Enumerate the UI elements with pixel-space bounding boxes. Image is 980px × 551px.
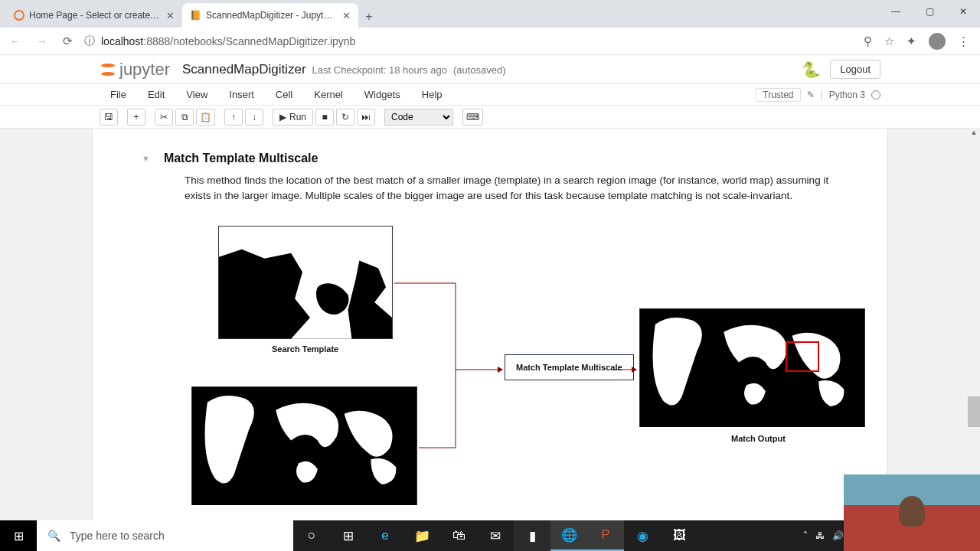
- maximize-button[interactable]: ▢: [913, 0, 946, 23]
- search-icon: 🔍: [47, 530, 60, 542]
- scroll-up-icon[interactable]: ▲: [968, 129, 980, 141]
- site-info-icon[interactable]: ⓘ: [84, 34, 95, 48]
- browser-tab-notebook[interactable]: 📙 ScannedMapDigitizer - Jupyter N ✕: [182, 3, 358, 28]
- url-input[interactable]: ⓘ localhost:8888/notebooks/ScannedMapDig…: [84, 34, 856, 48]
- url-host: localhost: [101, 35, 143, 47]
- collapse-heading-icon[interactable]: ▼: [142, 154, 150, 163]
- template-caption: Search Template: [272, 344, 338, 354]
- search-template-image: [218, 226, 393, 339]
- jupyter-menubar: File Edit View Insert Cell Kernel Widget…: [0, 84, 980, 106]
- heading-text: Match Template Multiscale: [164, 152, 318, 165]
- notebook-title[interactable]: ScannedMapDigitizer: [182, 62, 306, 77]
- autosave-label: (autosaved): [453, 64, 506, 76]
- chrome-menu-icon[interactable]: ⋮: [958, 34, 969, 48]
- vertical-scrollbar[interactable]: ▲: [968, 129, 980, 520]
- restart-run-all-button[interactable]: ⏭: [357, 109, 375, 126]
- network-icon[interactable]: 🖧: [815, 530, 825, 541]
- browser-tab-strip: Home Page - Select or create a n ✕ 📙 Sca…: [0, 0, 980, 28]
- edge-icon[interactable]: e: [367, 520, 403, 551]
- stop-button[interactable]: ■: [315, 109, 334, 126]
- run-button[interactable]: ▶Run: [273, 109, 313, 126]
- system-tray[interactable]: ˄ 🖧 🔊: [803, 530, 844, 541]
- menu-view[interactable]: View: [175, 89, 218, 100]
- window-controls: ― ▢ ✕: [879, 0, 980, 23]
- menu-cell[interactable]: Cell: [265, 89, 303, 100]
- browser-icon[interactable]: ◉: [624, 520, 661, 551]
- jupyter-logo[interactable]: jupyter: [100, 60, 170, 80]
- powerpoint-icon[interactable]: P: [587, 520, 624, 551]
- move-up-button[interactable]: ↑: [224, 109, 243, 126]
- task-view-icon[interactable]: ⊞: [330, 520, 367, 551]
- markdown-body: This method finds the location of the be…: [185, 173, 854, 203]
- bookmark-icon[interactable]: ☆: [884, 34, 894, 48]
- kernel-name[interactable]: Python 3: [829, 90, 865, 100]
- tab-title: ScannedMapDigitizer - Jupyter N: [206, 10, 338, 21]
- jupyter-toolbar: 🖫 + ✂ ⧉ 📋 ↑ ↓ ▶Run ■ ↻ ⏭ Code ⌨: [0, 106, 980, 129]
- chrome-icon[interactable]: 🌐: [550, 520, 587, 551]
- kernel-indicator-icon[interactable]: [871, 90, 880, 99]
- cortana-icon[interactable]: ○: [293, 520, 330, 551]
- reload-button[interactable]: ⟳: [58, 32, 77, 51]
- windows-taskbar: ⊞ 🔍 Type here to search ○ ⊞ e 📁 🛍 ✉ ▮ 🌐 …: [0, 520, 980, 551]
- search-region-image: [191, 386, 417, 505]
- add-cell-button[interactable]: +: [127, 109, 145, 126]
- jupyter-favicon-icon: [14, 10, 24, 21]
- webcam-overlay: [844, 474, 980, 551]
- webcam-person: [899, 496, 925, 527]
- new-tab-button[interactable]: +: [358, 6, 380, 28]
- move-down-button[interactable]: ↓: [245, 109, 263, 126]
- match-output-image: [639, 308, 865, 427]
- scroll-thumb[interactable]: [968, 396, 980, 427]
- diagram-output: Search Template Match Template: [188, 226, 869, 517]
- address-bar: ← → ⟳ ⓘ localhost:8888/notebooks/Scanned…: [0, 28, 980, 55]
- notebook-content-area: ▼ Match Template Multiscale This method …: [0, 129, 980, 520]
- notebook-favicon-icon: 📙: [190, 10, 201, 21]
- jupyter-app: jupyter ScannedMapDigitizer Last Checkpo…: [0, 55, 980, 520]
- url-path: /notebooks/ScannedMapDigitizer.ipynb: [170, 35, 355, 47]
- taskbar-search[interactable]: 🔍 Type here to search: [37, 520, 293, 551]
- browser-tab-home[interactable]: Home Page - Select or create a n ✕: [6, 3, 182, 28]
- url-port: :8888: [143, 35, 170, 47]
- match-rectangle: [786, 341, 819, 372]
- close-window-button[interactable]: ✕: [946, 0, 980, 23]
- minimize-button[interactable]: ―: [879, 0, 913, 23]
- paste-button[interactable]: 📋: [196, 109, 215, 126]
- search-placeholder: Type here to search: [70, 530, 165, 542]
- cut-button[interactable]: ✂: [155, 109, 173, 126]
- file-explorer-icon[interactable]: 📁: [403, 520, 440, 551]
- extensions-icon[interactable]: ✦: [906, 34, 916, 48]
- close-tab-icon[interactable]: ✕: [342, 10, 351, 21]
- profile-icon[interactable]: [929, 33, 946, 50]
- menu-file[interactable]: File: [100, 89, 137, 100]
- store-icon[interactable]: 🛍: [440, 520, 477, 551]
- checkpoint-label: Last Checkpoint: 18 hours ago: [312, 64, 447, 76]
- menu-edit[interactable]: Edit: [137, 89, 175, 100]
- photos-icon[interactable]: 🖼: [661, 520, 697, 551]
- terminal-icon[interactable]: ▮: [514, 520, 550, 551]
- menu-kernel[interactable]: Kernel: [303, 89, 354, 100]
- zoom-icon[interactable]: ⚲: [864, 34, 872, 48]
- start-button[interactable]: ⊞: [0, 520, 37, 551]
- output-caption: Match Output: [731, 434, 786, 443]
- jupyter-header: jupyter ScannedMapDigitizer Last Checkpo…: [0, 55, 980, 84]
- notebook-cells[interactable]: ▼ Match Template Multiscale This method …: [92, 129, 888, 520]
- menu-insert[interactable]: Insert: [218, 89, 265, 100]
- edit-mode-icon[interactable]: ✎: [807, 90, 815, 100]
- back-button[interactable]: ←: [6, 32, 24, 51]
- menu-help[interactable]: Help: [411, 89, 453, 100]
- trusted-badge[interactable]: Trusted: [756, 88, 800, 102]
- forward-button[interactable]: →: [32, 32, 51, 51]
- menu-widgets[interactable]: Widgets: [354, 89, 411, 100]
- close-tab-icon[interactable]: ✕: [166, 10, 175, 21]
- save-button[interactable]: 🖫: [100, 109, 118, 126]
- mail-icon[interactable]: ✉: [477, 520, 514, 551]
- copy-button[interactable]: ⧉: [175, 109, 194, 126]
- jupyter-logo-icon: [100, 61, 116, 78]
- logout-button[interactable]: Logout: [830, 60, 880, 79]
- celltype-select[interactable]: Code: [384, 109, 453, 126]
- volume-icon[interactable]: 🔊: [832, 530, 844, 541]
- restart-button[interactable]: ↻: [336, 109, 354, 126]
- python-logo-icon: 🐍: [802, 60, 821, 79]
- tray-expand-icon[interactable]: ˄: [803, 530, 808, 541]
- command-palette-button[interactable]: ⌨: [462, 109, 483, 126]
